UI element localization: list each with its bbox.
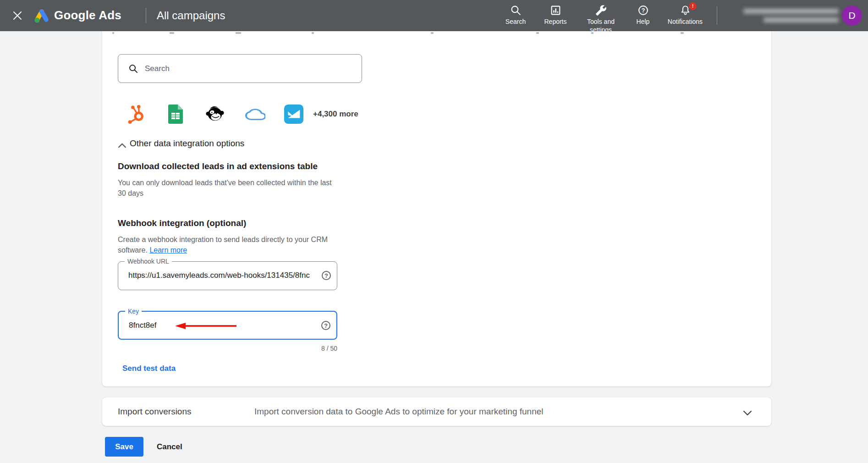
clipped-text-remnant — [236, 32, 241, 34]
google-ads-screen: Google Ads All campaigns Search Reports … — [0, 0, 868, 463]
webhook-section-body: Create a webhook integration to send lea… — [118, 234, 340, 255]
webhook-key-value: 8fnct8ef — [129, 321, 157, 330]
nav-tools-line1: Tools and — [587, 18, 615, 25]
account-info-blurred[interactable] — [730, 8, 839, 24]
webhook-section-title: Webhook integration (optional) — [118, 218, 246, 228]
bar-chart-icon — [550, 5, 561, 16]
clipped-text-remnant — [312, 32, 314, 34]
import-conversions-title: Import conversions — [118, 407, 192, 417]
help-icon[interactable]: ? — [321, 321, 330, 330]
nav-notifications[interactable]: Notifications ! — [660, 4, 710, 26]
email-app-icon[interactable] — [284, 105, 303, 126]
nav-notifications-label: Notifications — [668, 18, 703, 25]
clipped-text-remnant — [536, 32, 539, 34]
clipped-text-remnant — [170, 32, 174, 34]
account-line-1 — [743, 9, 839, 14]
chevron-up-icon — [118, 142, 126, 147]
save-button[interactable]: Save — [105, 437, 143, 457]
top-app-bar: Google Ads All campaigns Search Reports … — [0, 0, 868, 31]
clipped-text-remnant — [681, 32, 684, 34]
search-icon — [128, 64, 139, 74]
nav-help-label: Help — [637, 18, 650, 25]
account-line-2 — [764, 17, 839, 22]
help-icon: ? — [637, 5, 649, 16]
search-placeholder: Search — [145, 64, 170, 73]
lead-form-settings-panel: Search — [102, 31, 771, 386]
webhook-url-input[interactable]: Webhook URL https://u1.savemyleads.com/w… — [118, 261, 337, 290]
download-section-title: Download collected leads in ad extension… — [118, 161, 318, 171]
product-name: Google Ads — [54, 8, 121, 22]
more-apps-count: +4,300 more — [313, 110, 358, 119]
help-icon[interactable]: ? — [322, 271, 331, 280]
cancel-button[interactable]: Cancel — [151, 437, 188, 457]
clipped-text-remnant — [591, 32, 593, 34]
integration-search-input[interactable]: Search — [118, 54, 362, 83]
avatar[interactable]: D — [842, 6, 862, 26]
clipped-text-remnant — [112, 32, 114, 34]
download-section-body: You can only download leads that've been… — [118, 177, 333, 198]
product-name-text: Google Ads — [54, 8, 121, 22]
page-title: All campaigns — [157, 9, 225, 22]
nav-reports-label: Reports — [544, 18, 566, 25]
webhook-url-value: https://u1.savemyleads.com/web-hooks/131… — [128, 271, 310, 280]
nav-reports[interactable]: Reports — [530, 4, 581, 26]
webhook-key-label: Key — [125, 308, 142, 315]
cloud-icon[interactable] — [245, 107, 265, 124]
wrench-icon — [595, 5, 607, 16]
chevron-down-icon[interactable] — [743, 409, 752, 415]
import-conversions-row[interactable]: Import conversions Import conversion dat… — [102, 397, 771, 426]
hubspot-icon[interactable] — [126, 105, 146, 126]
webhook-key-input[interactable]: Key 8fnct8ef ? — [118, 311, 337, 340]
nav-search-label: Search — [505, 18, 526, 25]
notification-badge: ! — [689, 2, 697, 10]
import-conversions-description: Import conversion data to Google Ads to … — [254, 407, 544, 417]
svg-text:?: ? — [641, 7, 645, 14]
mailchimp-icon[interactable] — [205, 105, 225, 126]
search-icon — [510, 5, 522, 16]
topbar-divider — [146, 8, 146, 23]
char-counter: 8 / 50 — [118, 345, 337, 352]
clipped-text-remnant — [431, 32, 434, 34]
learn-more-link[interactable]: Learn more — [149, 246, 187, 254]
red-annotation-arrow — [171, 322, 238, 330]
webhook-url-label: Webhook URL — [125, 258, 172, 265]
topbar-divider — [717, 6, 717, 25]
close-icon[interactable] — [12, 10, 23, 21]
google-sheets-icon[interactable] — [168, 105, 183, 126]
google-ads-logo-icon — [33, 7, 50, 24]
send-test-data-button[interactable]: Send test data — [122, 364, 176, 373]
other-options-label: Other data integration options — [130, 138, 244, 149]
